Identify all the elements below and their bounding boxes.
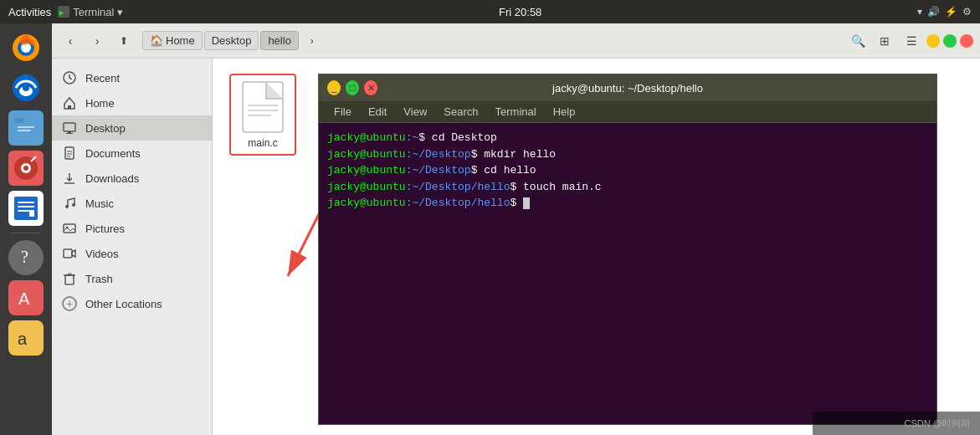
terminal-body[interactable]: jacky@ubuntu:~$ cd Desktop jacky@ubuntu:… bbox=[319, 123, 936, 424]
terminal-menubar: File Edit View Search Terminal Help bbox=[319, 101, 936, 123]
sidebar-item-other[interactable]: + Other Locations bbox=[52, 291, 212, 316]
svg-point-14 bbox=[23, 166, 28, 171]
terminal-menu-terminal[interactable]: Terminal bbox=[487, 103, 545, 120]
dock-appstore[interactable]: A bbox=[8, 280, 44, 315]
menu-button[interactable]: ☰ bbox=[900, 29, 923, 53]
sidebar-item-recent[interactable]: Recent bbox=[52, 65, 212, 90]
sidebar-documents-label: Documents bbox=[85, 147, 141, 160]
terminal-menu-help[interactable]: Help bbox=[545, 103, 584, 120]
svg-rect-31 bbox=[65, 147, 74, 159]
terminal-app-icon: ▶ bbox=[58, 6, 69, 18]
crumb-hello[interactable]: hello bbox=[260, 31, 298, 50]
svg-rect-18 bbox=[18, 210, 29, 212]
sidebar-item-documents[interactable]: Documents bbox=[52, 141, 212, 166]
svg-text:A: A bbox=[18, 289, 30, 308]
activities-label[interactable]: Activities bbox=[8, 6, 51, 18]
svg-rect-28 bbox=[64, 123, 75, 131]
dock-files[interactable] bbox=[8, 110, 44, 146]
sidebar-item-home[interactable]: Home bbox=[52, 90, 212, 115]
topbar-right-icons: ▾ 🔊 ⚡ ⚙ bbox=[917, 6, 972, 18]
svg-point-37 bbox=[72, 203, 75, 207]
dock-thunderbird[interactable] bbox=[8, 70, 44, 105]
dock-rhythmbox[interactable] bbox=[8, 151, 44, 186]
dock-libreoffice[interactable] bbox=[8, 191, 44, 226]
crumb-home[interactable]: 🏠Home bbox=[142, 31, 203, 50]
fm-toolbar-right: 🔍 ⊞ ☰ bbox=[846, 29, 973, 53]
dock-firefox[interactable] bbox=[8, 30, 44, 65]
terminal-titlebar: _ □ ✕ jacky@ubuntu: ~/Desktop/hello bbox=[319, 74, 936, 101]
terminal-maximize[interactable]: □ bbox=[346, 80, 359, 95]
svg-point-36 bbox=[65, 205, 69, 208]
watermark-label: CSDN @时间间 bbox=[905, 417, 970, 430]
app-name-label: Terminal bbox=[73, 6, 114, 18]
svg-text:▶: ▶ bbox=[59, 8, 64, 17]
svg-rect-29 bbox=[68, 131, 71, 133]
recent-icon bbox=[62, 70, 77, 85]
terminal-menu-view[interactable]: View bbox=[395, 103, 435, 120]
svg-rect-11 bbox=[18, 130, 31, 131]
sidebar-music-label: Music bbox=[85, 197, 114, 210]
terminal-minimize[interactable]: _ bbox=[327, 80, 341, 95]
terminal-cursor bbox=[523, 197, 530, 209]
terminal-window: _ □ ✕ jacky@ubuntu: ~/Desktop/hello File… bbox=[318, 74, 937, 425]
bottom-bar: CSDN @时间间 bbox=[813, 412, 980, 435]
sidebar-item-desktop[interactable]: Desktop bbox=[52, 115, 212, 141]
trash-icon bbox=[62, 271, 77, 286]
sidebar-desktop-label: Desktop bbox=[85, 122, 126, 135]
sidebar-item-videos[interactable]: Videos bbox=[52, 241, 212, 266]
up-button[interactable]: ⬆ bbox=[112, 29, 136, 53]
sidebar-item-pictures[interactable]: Pictures bbox=[52, 216, 212, 241]
topbar: Activities ▶ Terminal ▾ Fri 20:58 ▾ 🔊 ⚡ … bbox=[0, 0, 980, 23]
fm-toolbar: ‹ › ⬆ 🏠Home Desktop hello › 🔍 ⊞ ☰ bbox=[52, 23, 980, 59]
crumb-next[interactable]: › bbox=[300, 29, 324, 53]
home-icon bbox=[62, 95, 77, 110]
svg-rect-40 bbox=[64, 249, 72, 258]
battery-icon: ⚡ bbox=[945, 6, 957, 18]
svg-rect-27 bbox=[68, 105, 71, 109]
volume-icon: 🔊 bbox=[927, 6, 940, 18]
maximize-button[interactable] bbox=[943, 34, 957, 48]
terminal-line-1: jacky@ubuntu:~$ cd Desktop bbox=[327, 130, 928, 146]
network-icon: ▾ bbox=[917, 6, 922, 18]
crumb-desktop[interactable]: Desktop bbox=[204, 31, 259, 50]
pictures-icon bbox=[62, 221, 77, 236]
svg-text:?: ? bbox=[21, 248, 28, 266]
breadcrumb: 🏠Home Desktop hello › bbox=[142, 29, 839, 53]
terminal-menu-file[interactable]: File bbox=[326, 103, 360, 120]
svg-rect-41 bbox=[65, 275, 74, 284]
app-menu-arrow[interactable]: ▾ bbox=[117, 6, 123, 18]
sidebar-downloads-label: Downloads bbox=[85, 172, 139, 185]
sidebar-pictures-label: Pictures bbox=[85, 223, 125, 235]
view-toggle-button[interactable]: ⊞ bbox=[873, 29, 896, 53]
back-button[interactable]: ‹ bbox=[59, 29, 82, 53]
close-button[interactable] bbox=[960, 34, 973, 48]
sidebar-item-downloads[interactable]: Downloads bbox=[52, 166, 212, 191]
dock-separator bbox=[11, 233, 41, 233]
other-locations-icon: + bbox=[62, 296, 77, 311]
plus-icon: + bbox=[62, 296, 77, 311]
sidebar-recent-label: Recent bbox=[85, 72, 120, 84]
svg-rect-17 bbox=[18, 206, 34, 207]
videos-icon bbox=[62, 246, 77, 261]
music-icon bbox=[62, 196, 77, 211]
forward-button[interactable]: › bbox=[85, 29, 109, 53]
system-time: Fri 20:58 bbox=[499, 6, 541, 18]
dock: ? A a bbox=[0, 23, 52, 435]
terminal-line-3: jacky@ubuntu:~/Desktop$ cd hello bbox=[327, 162, 928, 179]
terminal-close[interactable]: ✕ bbox=[364, 80, 377, 95]
svg-point-7 bbox=[23, 84, 29, 91]
desktop-icon bbox=[62, 120, 77, 136]
svg-rect-38 bbox=[64, 224, 75, 233]
dock-help[interactable]: ? bbox=[8, 240, 44, 275]
app-indicator[interactable]: ▶ Terminal ▾ bbox=[58, 6, 123, 18]
terminal-menu-search[interactable]: Search bbox=[435, 103, 486, 120]
minimize-button[interactable] bbox=[926, 34, 940, 48]
search-button[interactable]: 🔍 bbox=[846, 29, 870, 53]
settings-icon[interactable]: ⚙ bbox=[962, 6, 972, 18]
sidebar-item-music[interactable]: Music bbox=[52, 191, 212, 216]
svg-rect-30 bbox=[66, 133, 73, 134]
dock-amazon[interactable]: a bbox=[8, 320, 44, 356]
sidebar-item-trash[interactable]: Trash bbox=[52, 266, 212, 291]
svg-rect-16 bbox=[18, 202, 34, 203]
terminal-menu-edit[interactable]: Edit bbox=[360, 103, 395, 120]
